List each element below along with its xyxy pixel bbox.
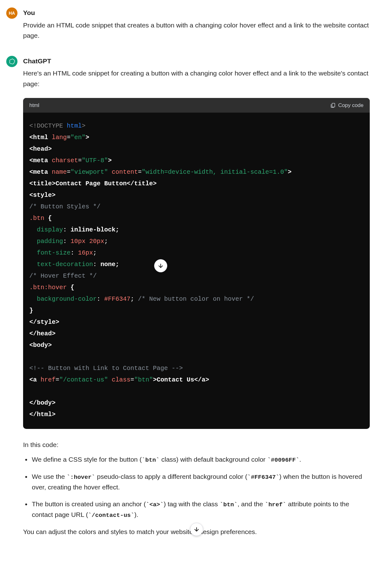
user-avatar: HA — [6, 7, 17, 19]
scroll-down-button[interactable] — [190, 523, 203, 536]
code-content[interactable]: <!DOCTYPE html> <html lang="en"> <head> … — [23, 113, 370, 429]
bot-message-body: ChatGPT Here's an HTML code snippet for … — [23, 56, 370, 537]
code-header: html Copy code — [23, 98, 370, 113]
list-item: We use the `:hover` pseudo-class to appl… — [23, 471, 370, 493]
arrow-down-icon — [158, 263, 164, 269]
bot-message: ChatGPT Here's an HTML code snippet for … — [6, 56, 370, 537]
bot-sender-label: ChatGPT — [23, 56, 370, 66]
openai-logo-icon — [8, 58, 15, 65]
bot-intro-text: Here's an HTML code snippet for creating… — [23, 68, 370, 89]
list-item: We define a CSS style for the button (`b… — [23, 454, 370, 465]
explanation-list: We define a CSS style for the button (`b… — [23, 454, 370, 520]
code-block: html Copy code <!DOCTYPE html> <html lan… — [23, 98, 370, 429]
user-message-text: Provide an HTML code snippet that create… — [23, 20, 370, 41]
user-message: HA You Provide an HTML code snippet that… — [6, 7, 370, 41]
user-message-body: You Provide an HTML code snippet that cr… — [23, 7, 370, 41]
user-sender-label: You — [23, 7, 370, 18]
scroll-down-button[interactable] — [154, 259, 167, 272]
explain-intro: In this code: — [23, 440, 370, 450]
copy-code-button[interactable]: Copy code — [330, 101, 364, 109]
user-avatar-initials: HA — [9, 10, 15, 17]
clipboard-icon — [330, 102, 336, 108]
svg-rect-0 — [332, 103, 335, 107]
bot-avatar — [6, 56, 17, 67]
copy-code-label: Copy code — [338, 101, 364, 109]
list-item: The button is created using an anchor (`… — [23, 499, 370, 520]
arrow-down-icon — [193, 526, 200, 532]
code-language-label: html — [29, 101, 39, 109]
